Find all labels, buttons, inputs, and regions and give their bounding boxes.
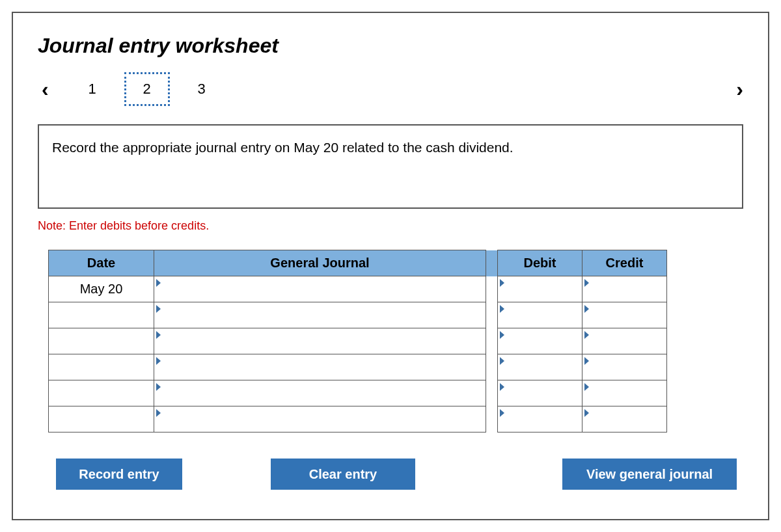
instruction-text: Record the appropriate journal entry on … bbox=[52, 140, 514, 155]
next-step-icon[interactable]: › bbox=[732, 79, 747, 100]
journal-cell[interactable] bbox=[154, 354, 486, 380]
clear-entry-button[interactable]: Clear entry bbox=[271, 459, 415, 490]
table-row: May 20 bbox=[49, 276, 667, 302]
page-title: Journal entry worksheet bbox=[38, 34, 743, 58]
journal-cell[interactable] bbox=[154, 328, 486, 354]
journal-entry-table: Date General Journal Debit Credit May 20 bbox=[48, 250, 667, 432]
journal-cell[interactable] bbox=[154, 276, 486, 302]
step-1[interactable]: 1 bbox=[70, 72, 115, 106]
credit-cell[interactable] bbox=[582, 328, 667, 354]
table-row bbox=[49, 302, 667, 328]
credit-cell[interactable] bbox=[582, 302, 667, 328]
date-cell[interactable] bbox=[49, 406, 154, 432]
step-2[interactable]: 2 bbox=[124, 72, 170, 106]
date-cell[interactable] bbox=[49, 354, 154, 380]
table-row bbox=[49, 380, 667, 406]
date-cell[interactable] bbox=[49, 380, 154, 406]
table-row bbox=[49, 406, 667, 432]
header-credit: Credit bbox=[582, 250, 667, 276]
debit-cell[interactable] bbox=[498, 354, 582, 380]
debit-cell[interactable] bbox=[498, 406, 582, 432]
header-date: Date bbox=[49, 250, 154, 276]
date-cell[interactable] bbox=[49, 328, 154, 354]
step-navigation: ‹ 1 2 3 › bbox=[38, 72, 743, 106]
note-text: Note: Enter debits before credits. bbox=[38, 219, 743, 233]
header-journal: General Journal bbox=[154, 250, 486, 276]
debit-cell[interactable] bbox=[498, 302, 582, 328]
worksheet-frame: Journal entry worksheet ‹ 1 2 3 › Record… bbox=[12, 12, 769, 520]
instruction-box: Record the appropriate journal entry on … bbox=[38, 124, 743, 209]
journal-cell[interactable] bbox=[154, 406, 486, 432]
debit-cell[interactable] bbox=[498, 328, 582, 354]
date-cell[interactable]: May 20 bbox=[49, 276, 154, 302]
debit-cell[interactable] bbox=[498, 380, 582, 406]
journal-cell[interactable] bbox=[154, 380, 486, 406]
date-cell[interactable] bbox=[49, 302, 154, 328]
header-debit: Debit bbox=[498, 250, 582, 276]
step-3[interactable]: 3 bbox=[179, 72, 225, 106]
view-general-journal-button[interactable]: View general journal bbox=[562, 459, 737, 490]
table-row bbox=[49, 328, 667, 354]
credit-cell[interactable] bbox=[582, 406, 667, 432]
table-row bbox=[49, 354, 667, 380]
debit-cell[interactable] bbox=[498, 276, 582, 302]
credit-cell[interactable] bbox=[582, 276, 667, 302]
journal-cell[interactable] bbox=[154, 302, 486, 328]
button-row: Record entry Clear entry View general jo… bbox=[38, 459, 743, 490]
credit-cell[interactable] bbox=[582, 354, 667, 380]
prev-step-icon[interactable]: ‹ bbox=[38, 79, 53, 100]
credit-cell[interactable] bbox=[582, 380, 667, 406]
record-entry-button[interactable]: Record entry bbox=[56, 459, 182, 490]
